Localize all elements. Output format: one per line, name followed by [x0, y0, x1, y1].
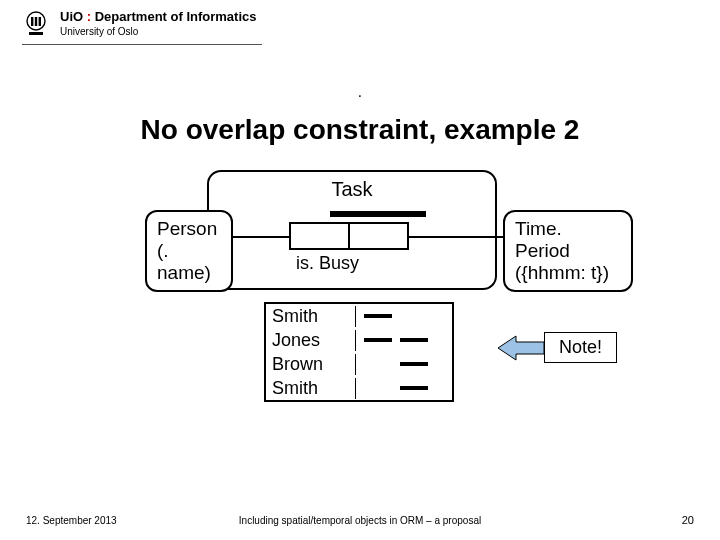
svg-marker-5	[498, 336, 544, 360]
footer-page: 20	[682, 514, 694, 526]
svg-rect-3	[39, 17, 41, 26]
uio-text: UiO	[60, 9, 83, 24]
arrow-left-icon	[498, 334, 544, 362]
table-row: Brown	[266, 352, 452, 376]
role-box	[289, 222, 409, 250]
svg-rect-4	[29, 32, 43, 35]
page-title: . No overlap constraint, example 2	[0, 82, 720, 146]
logo-underline	[22, 44, 262, 45]
entity-timeperiod: Time. Period ({hhmm: t})	[503, 210, 633, 292]
example-bars-0	[356, 314, 452, 318]
svg-rect-1	[31, 17, 33, 26]
logo-line1: UiO : Department of Informatics	[60, 10, 257, 24]
footer: 12. September 2013 Including spatial/tem…	[0, 508, 720, 526]
title-text: No overlap constraint, example 2	[141, 114, 580, 145]
interval-bar	[400, 386, 428, 390]
task-label: Task	[209, 178, 495, 201]
logo-colon: :	[83, 9, 95, 24]
example-bars-1	[356, 338, 452, 342]
entity-person-ref: (. name)	[157, 240, 221, 284]
table-row: Smith	[266, 304, 452, 328]
univ-text: University of Oslo	[60, 26, 257, 37]
table-row: Jones	[266, 328, 452, 352]
interval-bar	[364, 314, 392, 318]
entity-timeperiod-name: Time. Period	[515, 218, 621, 262]
example-name-0: Smith	[266, 306, 356, 327]
example-bars-3	[356, 386, 452, 390]
footer-title: Including spatial/temporal objects in OR…	[0, 515, 720, 526]
table-row: Smith	[266, 376, 452, 400]
entity-person: Person (. name)	[145, 210, 233, 292]
role-cell-2	[350, 224, 407, 248]
example-name-1: Jones	[266, 330, 356, 351]
uio-seal-icon	[22, 10, 50, 40]
orm-diagram: Task Person (. name) Time. Period ({hhmm…	[0, 170, 720, 450]
example-table: Smith Jones Brown Smith	[264, 302, 454, 402]
example-bars-2	[356, 362, 452, 366]
interval-bar	[400, 338, 428, 342]
entity-person-name: Person	[157, 218, 221, 240]
logo-text: UiO : Department of Informatics Universi…	[60, 10, 257, 37]
role-label: is. Busy	[296, 253, 359, 274]
example-name-2: Brown	[266, 354, 356, 375]
logo: UiO : Department of Informatics Universi…	[22, 10, 257, 40]
example-name-3: Smith	[266, 378, 356, 399]
uniqueness-bar	[330, 211, 426, 217]
title-superscript-dot: .	[359, 88, 362, 99]
connector-left	[233, 236, 289, 238]
svg-rect-2	[35, 17, 37, 26]
connector-right	[409, 236, 503, 238]
dept-text: Department of Informatics	[95, 9, 257, 24]
entity-timeperiod-ref: ({hhmm: t})	[515, 262, 621, 284]
note-callout: Note!	[498, 332, 617, 363]
interval-bar	[364, 338, 392, 342]
logo-mark	[22, 10, 50, 40]
interval-bar	[400, 362, 428, 366]
slide: UiO : Department of Informatics Universi…	[0, 0, 720, 540]
note-label: Note!	[544, 332, 617, 363]
role-cell-1	[291, 224, 350, 248]
